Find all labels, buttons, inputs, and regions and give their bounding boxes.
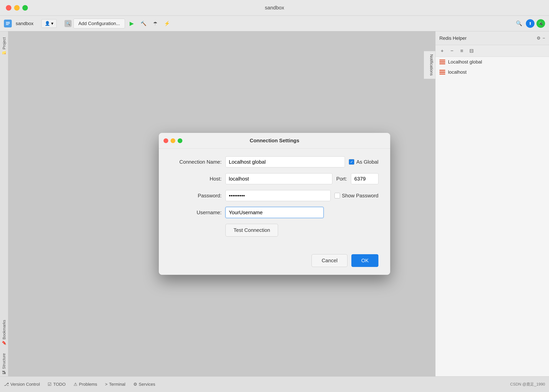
redis-panel-title: Redis Helper — [439, 35, 535, 41]
structure-icon: 🏗 — [2, 370, 6, 374]
sidebar-item-project[interactable]: 📁 Project — [0, 35, 8, 57]
dialog-min-button[interactable] — [171, 138, 175, 143]
close-traffic-light[interactable] — [6, 5, 11, 11]
problems-tab[interactable]: ⚠ Problems — [74, 382, 97, 387]
profile-icon: ⚡ — [164, 21, 170, 26]
dialog-max-button[interactable] — [178, 138, 182, 143]
redis-panel-header: Redis Helper ⚙ − — [436, 31, 549, 45]
bottom-bar: ⎇ Version Control ☑ TODO ⚠ Problems > Te… — [0, 376, 549, 392]
redis-item-localhost[interactable]: localhost — [436, 67, 549, 77]
update-button[interactable]: ⬆ — [526, 19, 535, 28]
host-input[interactable] — [225, 173, 332, 184]
test-connection-button[interactable]: Test Connection — [225, 224, 278, 237]
password-label: Password: — [171, 193, 222, 199]
coverage-button[interactable]: ☂ — [150, 19, 160, 28]
dialog-titlebar: Connection Settings — [159, 133, 390, 148]
run-button[interactable]: ▶ — [127, 19, 137, 28]
username-input[interactable] — [225, 207, 324, 218]
title-bar: sandbox — [0, 0, 549, 16]
as-global-label: ✓ As Global — [349, 159, 378, 165]
project-icon: 📁 — [2, 50, 7, 55]
profile-button[interactable]: ⚡ — [162, 19, 172, 28]
test-connection-row: Test Connection — [171, 224, 378, 237]
cancel-button[interactable]: Cancel — [311, 254, 347, 267]
stack-icon-local — [439, 70, 445, 75]
svg-rect-3 — [6, 24, 9, 25]
redis-remove-button[interactable]: − — [448, 48, 456, 54]
version-control-tab[interactable]: ⎇ Version Control — [4, 382, 40, 387]
redis-align-button[interactable]: ≡ — [458, 48, 465, 54]
dialog-footer: Cancel OK — [159, 250, 390, 267]
build-button[interactable]: 🔨 — [139, 19, 148, 28]
search-everywhere-icon: 🔍 — [64, 20, 71, 27]
port-input[interactable] — [351, 173, 378, 184]
services-tab[interactable]: ⚙ Services — [133, 382, 155, 387]
redis-item-localhost-global[interactable]: Localhost global — [436, 57, 549, 67]
account-icon: 👤 — [45, 21, 50, 26]
run-icon: ▶ — [130, 20, 134, 27]
connection-name-input[interactable] — [225, 156, 345, 167]
traffic-lights — [6, 5, 28, 11]
username-row: Username: — [171, 207, 378, 218]
redis-helper-panel: Redis Helper ⚙ − + − ≡ ⊟ Localhost globa… — [435, 31, 549, 376]
search-button[interactable]: 🔍 — [514, 19, 524, 28]
dialog-traffic-lights — [163, 138, 182, 143]
terminal-icon: > — [105, 382, 108, 387]
svg-rect-2 — [6, 23, 10, 24]
port-label: Port: — [336, 176, 347, 182]
toolbar: sandbox 👤 ▾ 🔍 Add Configuration... ▶ 🔨 ☂… — [0, 16, 549, 31]
stack-icon-global — [439, 60, 445, 64]
account-button[interactable]: 👤 ▾ — [41, 19, 57, 28]
connection-name-row: Connection Name: ✓ As Global — [171, 156, 378, 167]
redis-panel-toolbar: + − ≡ ⊟ — [436, 45, 549, 57]
services-icon: ⚙ — [133, 382, 137, 387]
host-group: Port: — [225, 173, 378, 184]
plugin-button[interactable]: 🔌 — [536, 19, 545, 28]
redis-minimize-icon[interactable]: − — [542, 36, 545, 41]
add-configuration-button[interactable]: Add Configuration... — [74, 19, 125, 28]
watermark: CSDN @鹿足_1990 — [510, 382, 545, 387]
dialog-title: Connection Settings — [250, 138, 299, 144]
update-icon: ⬆ — [529, 21, 532, 26]
connection-settings-dialog: Connection Settings Connection Name: ✓ A… — [159, 133, 390, 275]
window-title: sandbox — [265, 5, 284, 11]
redis-gear-icon[interactable]: ⚙ — [537, 36, 541, 41]
show-password-label: Show Password — [335, 193, 378, 199]
todo-tab[interactable]: ☑ TODO — [48, 382, 65, 387]
maximize-traffic-light[interactable] — [22, 5, 28, 11]
sidebar-item-bookmarks[interactable]: 🔖 Bookmarks — [0, 318, 8, 347]
connection-name-label: Connection Name: — [171, 159, 222, 165]
username-label: Username: — [171, 210, 222, 216]
coverage-icon: ☂ — [153, 21, 157, 26]
show-password-checkbox[interactable] — [335, 193, 340, 198]
host-row: Host: Port: — [171, 173, 378, 184]
app-icon — [4, 20, 12, 28]
dialog-close-button[interactable] — [163, 138, 168, 143]
svg-rect-1 — [6, 22, 10, 22]
sidebar-item-structure[interactable]: 🏗 Structure — [0, 351, 7, 376]
left-sidebar: 📁 Project 🔖 Bookmarks 🏗 Structure — [0, 31, 8, 376]
plugin-icon: 🔌 — [539, 21, 543, 26]
terminal-tab[interactable]: > Terminal — [105, 382, 126, 387]
ok-button[interactable]: OK — [351, 254, 378, 267]
todo-icon: ☑ — [48, 382, 52, 387]
account-chevron: ▾ — [51, 21, 53, 26]
redis-add-button[interactable]: + — [439, 48, 446, 54]
version-control-icon: ⎇ — [4, 382, 9, 387]
password-row: Password: Show Password — [171, 190, 378, 201]
as-global-checkbox[interactable]: ✓ — [349, 159, 354, 165]
problems-icon: ⚠ — [74, 382, 77, 387]
bookmark-icon: 🔖 — [2, 341, 7, 345]
build-icon: 🔨 — [141, 21, 147, 26]
host-label: Host: — [171, 176, 222, 182]
password-input[interactable] — [225, 190, 331, 201]
search-icon: 🔍 — [516, 20, 522, 27]
minimize-traffic-light[interactable] — [14, 5, 20, 11]
notifications-tab[interactable]: Notifications — [424, 51, 435, 79]
redis-filter-button[interactable]: ⊟ — [468, 48, 475, 54]
dialog-body: Connection Name: ✓ As Global Host: Port:… — [159, 148, 390, 250]
app-name: sandbox — [16, 21, 34, 26]
